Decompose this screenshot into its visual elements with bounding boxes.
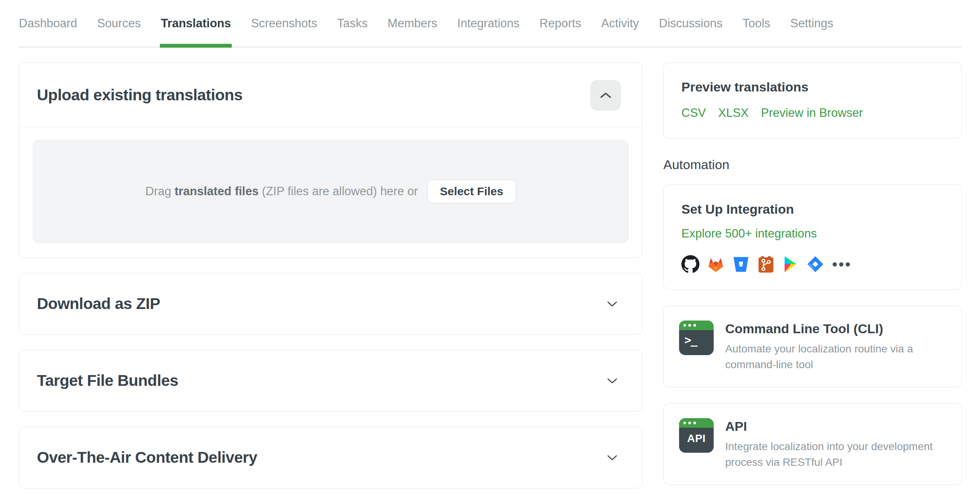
git-icon[interactable] [757,256,775,273]
tab-settings[interactable]: Settings [790,0,833,47]
tab-tasks[interactable]: Tasks [337,0,367,47]
api-icon-label: API [679,428,714,445]
explore-integrations-link[interactable]: Explore 500+ integrations [681,227,817,241]
tab-members[interactable]: Members [388,0,437,47]
translations-page: Dashboard Sources Translations Screensho… [0,0,980,488]
google-play-icon[interactable] [782,255,799,273]
tab-translations[interactable]: Translations [161,0,231,47]
preview-links: CSV XLSX Preview in Browser [681,106,944,120]
select-files-button[interactable]: Select Files [427,179,516,203]
bitbucket-icon[interactable] [732,256,750,273]
download-as-zip-card[interactable]: Download as ZIP [19,273,643,335]
chevron-up-icon [599,91,613,100]
terminal-icon-prompt: >_ [679,330,714,347]
set-up-integration-card: Set Up Integration Explore 500+ integrat… [663,184,962,290]
set-up-integration-title: Set Up Integration [681,202,944,217]
over-the-air-content-delivery-card[interactable]: Over-The-Air Content Delivery [19,427,643,488]
api-card-title: API [725,419,946,434]
dropzone-hint-text: Drag translated files (ZIP files are all… [145,184,418,198]
tab-activity[interactable]: Activity [601,0,639,47]
file-dropzone[interactable]: Drag translated files (ZIP files are all… [33,140,629,243]
api-card[interactable]: API API Integrate localization into your… [663,403,962,485]
target-file-bundles-card[interactable]: Target File Bundles [19,350,643,412]
collapse-upload-card-button[interactable] [590,80,621,111]
tab-integrations[interactable]: Integrations [457,0,520,47]
csv-link[interactable]: CSV [681,106,706,120]
over-the-air-title: Over-The-Air Content Delivery [37,448,257,467]
api-icon: API [679,418,714,453]
preview-translations-card: Preview translations CSV XLSX Preview in… [663,62,962,139]
chevron-down-icon [606,453,618,462]
cli-card-description: Automate your localization routine via a… [725,341,946,372]
cli-card-title: Command Line Tool (CLI) [725,321,946,336]
project-tabs: Dashboard Sources Translations Screensho… [19,0,962,48]
jira-icon[interactable] [806,255,824,273]
xlsx-link[interactable]: XLSX [718,106,749,120]
api-card-description: Integrate localization into your develop… [725,439,946,470]
upload-card-title: Upload existing translations [37,86,243,104]
integration-icons-row [681,255,944,273]
tab-discussions[interactable]: Discussions [659,0,723,47]
automation-heading: Automation [663,157,962,172]
upload-card-header: Upload existing translations [19,63,642,128]
download-as-zip-title: Download as ZIP [37,295,160,313]
chevron-down-icon [606,300,618,308]
cli-card[interactable]: >_ Command Line Tool (CLI) Automate your… [663,306,962,387]
preview-in-browser-link[interactable]: Preview in Browser [761,106,863,120]
upload-existing-translations-card: Upload existing translations Drag transl… [19,62,643,258]
terminal-icon: >_ [679,321,714,355]
upload-card-body: Drag translated files (ZIP files are all… [19,128,642,257]
api-icon-titlebar [679,418,714,428]
tab-tools[interactable]: Tools [742,0,770,47]
tab-reports[interactable]: Reports [540,0,581,47]
terminal-icon-titlebar [679,321,714,330]
tab-screenshots[interactable]: Screenshots [251,0,317,47]
gitlab-icon[interactable] [707,256,725,273]
tab-dashboard[interactable]: Dashboard [19,0,77,47]
target-file-bundles-title: Target File Bundles [37,372,178,390]
github-icon[interactable] [681,255,699,273]
sidebar: Preview translations CSV XLSX Preview in… [663,62,962,488]
chevron-down-icon [606,377,618,385]
preview-translations-title: Preview translations [681,80,944,95]
more-integrations-icon[interactable] [832,255,851,273]
tab-sources[interactable]: Sources [97,0,141,47]
translations-main-column: Upload existing translations Drag transl… [19,62,643,488]
